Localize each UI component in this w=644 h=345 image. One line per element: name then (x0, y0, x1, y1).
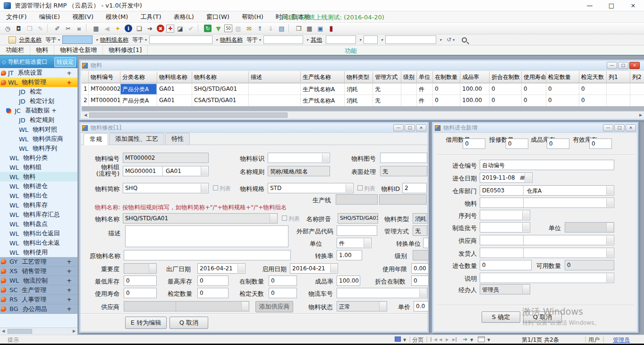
table-cell[interactable]: 件 (417, 84, 433, 95)
batch-combo[interactable] (480, 222, 530, 233)
chevron-down-icon[interactable]: ▾ (259, 38, 261, 42)
new-doc-icon[interactable]: ❏ (134, 24, 144, 33)
list-checkbox[interactable] (282, 216, 287, 221)
to-edit-button[interactable]: E 转为编辑 (125, 317, 167, 329)
inbound-window-titlebar[interactable]: 物料进仓新增 — □ × (433, 123, 637, 133)
table-cell[interactable]: SHQ/STD/GA01 (192, 84, 249, 95)
menu-item[interactable]: 视图(V) (66, 11, 100, 23)
table-cell[interactable] (401, 84, 417, 95)
table-cell[interactable]: 消耗 (345, 95, 373, 106)
chevron-down-icon[interactable] (606, 186, 613, 195)
expand-icon[interactable]: + (67, 69, 72, 77)
search-icon[interactable] (462, 37, 467, 43)
expand-icon[interactable]: + (67, 277, 72, 284)
inbound-date-picker[interactable]: 2019-11-08▦ (480, 172, 533, 183)
add-icon[interactable]: ✚ (166, 25, 174, 33)
table-cell[interactable] (249, 95, 301, 106)
menu-item[interactable]: 文件(F) (0, 11, 33, 23)
sidebar-item[interactable]: WL 物料对照 (0, 125, 77, 134)
supplier-combo[interactable] (480, 235, 614, 245)
sidebar-item[interactable]: GY 工艺管理 + (0, 257, 77, 267)
pinyin-field[interactable]: SHQ/STD/GA01 (338, 213, 378, 224)
chevron-down-icon[interactable] (322, 154, 329, 162)
column-header[interactable]: 描述 (249, 71, 301, 83)
shipper-combo[interactable] (480, 248, 614, 258)
table-cell[interactable]: MT000001 (89, 95, 120, 106)
chevron-down-icon[interactable]: ▾ (216, 38, 218, 42)
current-user[interactable]: 管理员 (613, 336, 630, 344)
chevron-down-icon[interactable] (606, 198, 613, 207)
column-header[interactable]: 分类名称 (120, 71, 157, 83)
list-checkbox[interactable] (213, 185, 218, 190)
chart-icon[interactable]: ▥ (233, 24, 243, 33)
nav-prev-icon[interactable]: ◀ (439, 337, 442, 342)
material-name-combo[interactable]: SHQ/STD/GA01 (123, 213, 278, 224)
table-row[interactable]: 1MT000002产品分类AGA01SHQ/STD/GA01生产线名称A消耗无件… (82, 84, 644, 95)
restore-icon[interactable]: □ (618, 62, 628, 69)
minimize-icon[interactable]: — (393, 124, 404, 131)
table-cell[interactable]: MT000002 (89, 84, 120, 95)
table-cell[interactable]: 生产线名称A (301, 84, 345, 95)
finished-stock-field[interactable]: 0 (547, 138, 569, 149)
pencil-icon[interactable]: ✐ (52, 24, 62, 33)
info-icon[interactable]: ℹ (125, 25, 132, 32)
sidebar-item[interactable]: WL 物料库存 (0, 200, 77, 210)
chevron-down-icon[interactable] (330, 264, 337, 273)
tab[interactable]: 物料修改[1] (103, 45, 148, 55)
filter-field-label[interactable]: 物料组名称 (100, 36, 128, 44)
form-view-icon[interactable] (478, 336, 485, 342)
tab[interactable]: 物料 (30, 45, 54, 55)
enable-date-picker[interactable]: 2016-04-21 (290, 263, 338, 274)
chevron-down-icon[interactable]: ▾ (145, 38, 147, 42)
chevron-down-icon[interactable]: ▾ (440, 38, 441, 42)
column-header[interactable]: 列2 (630, 71, 644, 83)
sidebar-item[interactable]: RS 人事管理 + (0, 295, 77, 304)
paging-label[interactable]: 分页 (412, 336, 424, 344)
menu-item[interactable]: 窗口(W) (200, 11, 236, 23)
close-icon[interactable]: × (629, 62, 640, 69)
serial-combo[interactable] (480, 210, 530, 220)
nav-next-icon[interactable]: ▶ (446, 337, 449, 342)
go-arrow-icon[interactable]: ➔ (463, 336, 467, 343)
column-header[interactable]: 使用寿命 (522, 71, 546, 83)
sidebar-item[interactable]: JC 基础数据 + (0, 106, 77, 115)
separator[interactable] (288, 24, 292, 33)
chevron-down-icon[interactable] (149, 264, 156, 273)
tab-general[interactable]: 常规 (84, 133, 108, 145)
table-cell[interactable]: 0 (522, 95, 546, 106)
up-icon[interactable]: ⇑ (255, 24, 265, 33)
conv-rate-field[interactable]: 1.00 (337, 250, 362, 260)
table-cell[interactable]: 0 (522, 84, 546, 95)
minimize-icon[interactable]: — (607, 62, 617, 69)
table-cell[interactable]: 消耗 (345, 84, 373, 95)
inbound-qty-field[interactable]: 0 (480, 260, 532, 270)
table-cell[interactable] (607, 84, 630, 95)
sidebar-item[interactable]: WL 物料出仓未返 (0, 238, 77, 248)
verify-qty-field[interactable]: 0 (197, 288, 229, 298)
material-no-field[interactable]: MT000002 (123, 153, 209, 163)
table-cell[interactable] (630, 95, 644, 106)
operator-combo[interactable]: 管理员 (480, 284, 530, 294)
chevron-down-icon[interactable]: ▾ (58, 38, 60, 42)
table-cell[interactable] (401, 95, 417, 106)
clean-icon[interactable]: ✎ (35, 24, 45, 33)
valid-stock-field[interactable]: 0 (589, 138, 612, 149)
lock-icon[interactable]: ◘ (14, 24, 24, 33)
use-years-field[interactable]: 0.00 (411, 263, 429, 274)
table-cell[interactable]: 产品分类A (120, 84, 157, 95)
tab-attributes[interactable]: 添加属性、工艺 (109, 133, 164, 145)
filter-field-label[interactable]: 分类名称 (19, 36, 42, 44)
sidebar-item[interactable]: SC 生产管理 + (0, 285, 77, 295)
expand-icon[interactable]: + (67, 286, 72, 293)
scroll-right-icon[interactable]: ▶ (71, 329, 77, 333)
chevron-down-icon[interactable] (379, 302, 386, 310)
vehicle-combo[interactable] (337, 288, 427, 298)
sidebar-item[interactable]: JD 检定规则 (0, 115, 77, 125)
table-row[interactable]: 2MT000001产品分类AGA01CSA/STD/GA01生产线名称A消耗无件… (82, 95, 644, 106)
sidebar-item[interactable]: WL 物料供应商 (0, 134, 77, 144)
approve-icon[interactable]: ✔ (186, 24, 196, 33)
chevron-down-icon[interactable] (606, 236, 613, 244)
chevron-down-icon[interactable]: ▾ (381, 38, 383, 42)
short-name-combo[interactable]: SHQ (123, 183, 209, 193)
filter-operator[interactable]: 等于 (246, 36, 258, 44)
